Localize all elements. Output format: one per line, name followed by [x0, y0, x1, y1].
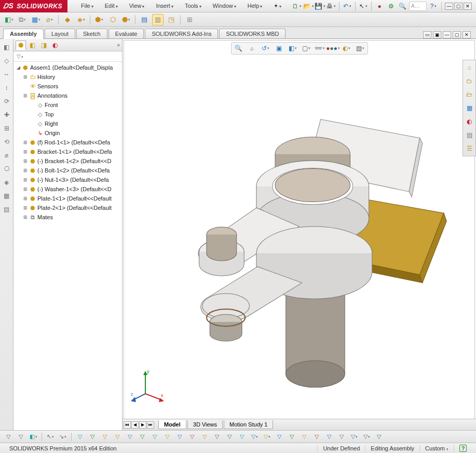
bt-f23[interactable]: ▽ — [349, 432, 359, 442]
doc-restore-button[interactable]: ▢ — [453, 31, 461, 38]
show-hidden-button[interactable]: ◈ — [75, 14, 87, 25]
bt-f7[interactable]: ▽ — [149, 432, 160, 442]
close-button[interactable]: ✕ — [464, 3, 472, 10]
ftab-collapse-icon[interactable]: » — [117, 42, 120, 48]
tab-sketch[interactable]: Sketch — [76, 29, 107, 38]
tab-layout[interactable]: Layout — [45, 29, 75, 38]
menu-window[interactable]: Window▾ — [208, 1, 241, 11]
print-button[interactable]: 🖶 — [327, 2, 336, 11]
tree-annotations[interactable]: ⊞A Annotations — [13, 91, 122, 100]
doc-close-button[interactable]: ✕ — [463, 31, 471, 38]
minimize-button[interactable]: — — [445, 3, 453, 10]
ftab-property-manager[interactable]: ◧ — [27, 41, 37, 50]
bt-filter-solid[interactable]: ◧ — [28, 432, 38, 442]
taskpane-custom-props-icon[interactable]: ▤ — [464, 130, 474, 140]
status-units[interactable]: Custom — [419, 445, 454, 451]
save-button[interactable]: 💾 — [315, 2, 324, 11]
taskpane-file-explorer-icon[interactable]: 🗁 — [464, 89, 474, 100]
bt-f19[interactable]: ▽ — [299, 432, 309, 442]
doc-minimize-button[interactable]: — — [443, 31, 451, 38]
ls-icon-9[interactable]: ⌀ — [2, 150, 12, 161]
tree-plane-right[interactable]: ◇ Right — [13, 119, 122, 128]
taskpane-appearances-icon[interactable]: ◐ — [464, 116, 474, 127]
toolbar-extra-1[interactable]: ⊞ — [184, 14, 195, 25]
tree-comp-bracket-1[interactable]: ⊞⬣ Bracket-1<1> (Default<<Defa — [13, 147, 122, 156]
menu-star[interactable]: ✦▾ — [268, 1, 287, 11]
vtab-motion-study[interactable]: Motion Study 1 — [224, 420, 273, 429]
new-motion-button[interactable]: ⬣ — [120, 14, 132, 25]
graphics-viewport[interactable]: 🔍 ⌕ ↺ ▣ ◧ ▢ 👓 ●●● ◐ ▤ — [123, 39, 476, 430]
tab-evaluate[interactable]: Evaluate — [108, 29, 144, 38]
bt-f25[interactable]: ▽ — [374, 432, 384, 442]
bt-f8[interactable]: ▽ — [162, 432, 172, 442]
open-doc-button[interactable]: 📂 — [304, 2, 313, 11]
ls-icon-2[interactable]: ◇ — [2, 56, 12, 66]
rebuild-button[interactable]: ● — [375, 2, 384, 11]
feature-tree[interactable]: ◢⬢ Assem1 (Default<Default_Displa ⊞🗀 His… — [13, 62, 122, 430]
tree-comp-plate-2[interactable]: ⊞⬣ Plate-2<1> (Default<<Default — [13, 203, 122, 212]
menu-help[interactable]: Help▾ — [242, 1, 268, 11]
bt-select-other[interactable]: ↘ — [58, 432, 68, 442]
reference-geom-button[interactable]: ⬡ — [107, 14, 118, 25]
tab-mbd[interactable]: SOLIDWORKS MBD — [219, 29, 285, 38]
ls-icon-13[interactable]: ▤ — [2, 204, 12, 215]
restore-button[interactable]: ▢ — [454, 3, 463, 10]
ls-icon-4[interactable]: ↕ — [2, 83, 12, 93]
bt-f15[interactable]: ▽ — [249, 432, 260, 442]
bt-f6[interactable]: ▽ — [137, 432, 147, 442]
undo-button[interactable]: ↶ — [343, 2, 352, 11]
bt-f5[interactable]: ▽ — [125, 432, 135, 442]
taskpane-design-library-icon[interactable]: 🗀 — [464, 76, 474, 86]
taskpane-forum-icon[interactable]: ☰ — [464, 143, 474, 154]
tree-comp-washer[interactable]: ⊞⬣ (-) Washer-1<3> (Default<<D — [13, 184, 122, 194]
tab-scroll-next[interactable]: ▶ — [139, 421, 146, 429]
tree-history[interactable]: ⊞🗀 History — [13, 72, 122, 82]
ftab-dimxpert[interactable]: ◐ — [50, 41, 60, 50]
taskpane-home-icon[interactable]: ⌂ — [464, 62, 474, 73]
ftab-feature-manager[interactable]: ⬢ — [16, 41, 26, 50]
bt-f3[interactable]: ▽ — [100, 432, 110, 442]
doc-tile-button[interactable]: ▭ — [423, 31, 431, 38]
bt-f18[interactable]: ▽ — [287, 432, 297, 442]
doc-cascade-button[interactable]: ▣ — [433, 31, 441, 38]
assembly-features-button[interactable]: ⬢ — [93, 14, 105, 25]
move-component-button[interactable]: ◆ — [62, 14, 73, 25]
filter-dropdown[interactable]: ▽ — [17, 54, 23, 59]
ftab-config-manager[interactable]: ◨ — [38, 41, 49, 50]
bt-f9[interactable]: ▽ — [174, 432, 185, 442]
tree-plane-top[interactable]: ◇ Top — [13, 110, 122, 119]
tree-sensors[interactable]: 👁 Sensors — [13, 82, 122, 91]
exploded-view-button[interactable]: ▥ — [152, 14, 164, 25]
help-button[interactable]: ? — [429, 2, 438, 11]
tab-scroll-last[interactable]: ⏭ — [147, 421, 154, 429]
bt-select-cursor[interactable]: ↖ — [45, 432, 56, 442]
bt-filter-toggle[interactable]: ▽ — [16, 432, 26, 442]
bt-f11[interactable]: ▽ — [199, 432, 210, 442]
bt-f20[interactable]: ▽ — [311, 432, 322, 442]
new-doc-button[interactable]: 🗋 — [292, 2, 302, 11]
tree-root[interactable]: ◢⬢ Assem1 (Default<Default_Displa — [13, 63, 122, 72]
bt-f16[interactable]: ▽ — [262, 432, 272, 442]
bt-f10[interactable]: ▽ — [187, 432, 197, 442]
bt-f14[interactable]: ▽ — [237, 432, 247, 442]
vtab-3dviews[interactable]: 3D Views — [187, 420, 223, 429]
select-button[interactable]: ↖ — [359, 2, 368, 11]
menu-view[interactable]: View▾ — [124, 1, 150, 11]
menu-file[interactable]: File▾ — [76, 1, 99, 11]
tab-assembly[interactable]: Assembly — [3, 29, 44, 39]
bt-f12[interactable]: ▽ — [212, 432, 222, 442]
ls-icon-10[interactable]: ⎔ — [2, 164, 12, 174]
ls-icon-12[interactable]: ▦ — [2, 191, 12, 201]
ls-icon-8[interactable]: ⟲ — [2, 137, 12, 147]
bt-f24[interactable]: ▽ — [361, 432, 372, 442]
bt-f2[interactable]: ▽ — [87, 432, 98, 442]
tree-comp-bracket-2[interactable]: ⊞⬣ (-) Bracket-1<2> (Default<<D — [13, 156, 122, 166]
smart-fasteners-button[interactable]: ⌀ — [44, 14, 55, 25]
bt-f4[interactable]: ▽ — [112, 432, 123, 442]
ls-icon-6[interactable]: ✚ — [2, 110, 12, 120]
search-box[interactable]: A… — [409, 2, 427, 11]
tree-comp-plate-1[interactable]: ⊞⬣ Plate-1<1> (Default<<Default — [13, 194, 122, 203]
ls-icon-3[interactable]: ↔ — [2, 69, 12, 79]
bom-button[interactable]: ▤ — [139, 14, 150, 25]
orientation-triad[interactable]: y x z — [130, 368, 166, 404]
